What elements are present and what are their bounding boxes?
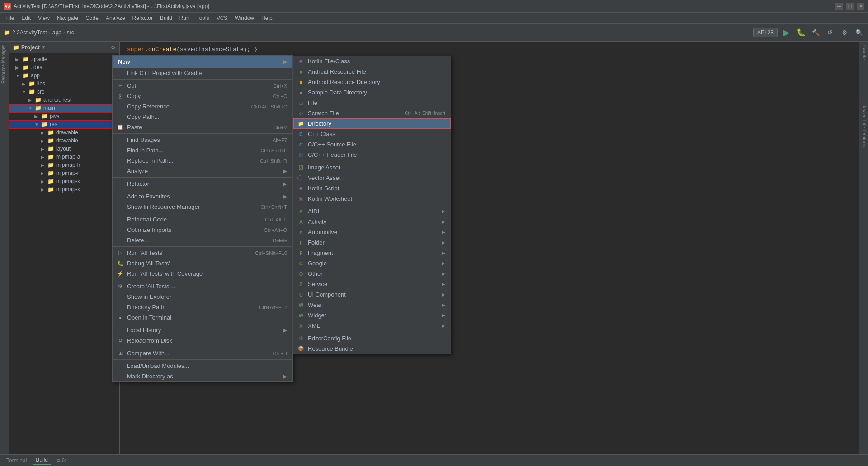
ctx-dir-path[interactable]: Directory Path Ctrl+Alt+F12 bbox=[113, 302, 292, 312]
sub-editor-config[interactable]: ⚙ EditorConfig File bbox=[293, 333, 451, 344]
sub-automotive[interactable]: A Automotive ▶ bbox=[293, 227, 451, 237]
minimize-button[interactable]: ─ bbox=[835, 3, 843, 10]
sub-sample-data[interactable]: ■ Sample Data Directory bbox=[293, 87, 451, 98]
build-tab[interactable]: Build bbox=[33, 456, 51, 465]
ctx-mark-directory[interactable]: Mark Directory as ▶ bbox=[113, 371, 292, 381]
ctx-link-cpp[interactable]: Link C++ Project with Gradle bbox=[113, 68, 292, 78]
tree-item-mipmap-x2[interactable]: ▶ 📁 mipmap-x bbox=[9, 185, 119, 193]
tree-item-mipmap-a[interactable]: ▶ 📁 mipmap-a bbox=[9, 153, 119, 161]
ctx-open-terminal[interactable]: ▪ Open in Terminal bbox=[113, 312, 292, 323]
sub-cpp-source[interactable]: C C/C++ Source File bbox=[293, 139, 451, 150]
sub-android-resource-dir[interactable]: ■ Android Resource Directory bbox=[293, 77, 451, 87]
context-menu[interactable]: New ▶ Link C++ Project with Gradle ✂ Cut… bbox=[112, 55, 293, 382]
ctx-find-in-path[interactable]: Find in Path... Ctrl+Shift+F bbox=[113, 145, 292, 155]
ctx-new[interactable]: New ▶ bbox=[113, 56, 292, 68]
sub-wear[interactable]: W Wear ▶ bbox=[293, 300, 451, 310]
tree-item-libs[interactable]: ▶ 📁 libs bbox=[9, 80, 119, 88]
device-file-explorer-tab[interactable]: Device File Explorer bbox=[859, 100, 868, 151]
menu-vcs[interactable]: VCS bbox=[213, 14, 231, 22]
close-button[interactable]: ✕ bbox=[857, 3, 864, 10]
menu-view[interactable]: View bbox=[34, 14, 53, 22]
ctx-delete[interactable]: Delete... Delete bbox=[113, 235, 292, 245]
ctx-compare[interactable]: ⊞ Compare With... Ctrl+D bbox=[113, 348, 292, 358]
breadcrumb-project[interactable]: 📁 bbox=[4, 29, 10, 36]
tree-item-java[interactable]: ▶ 📁 java bbox=[9, 112, 119, 120]
ctx-cut[interactable]: ✂ Cut Ctrl+X bbox=[113, 80, 292, 91]
menu-edit[interactable]: Edit bbox=[18, 14, 34, 22]
ctx-analyze[interactable]: Analyze ▶ bbox=[113, 166, 292, 176]
ctx-refactor[interactable]: Refactor ▶ bbox=[113, 179, 292, 189]
sub-cpp-header[interactable]: H C/C++ Header File bbox=[293, 150, 451, 160]
sub-scratch-file[interactable]: ◇ Scratch File Ctrl+Alt+Shift+Insert bbox=[293, 108, 451, 118]
menu-run[interactable]: Run bbox=[176, 14, 193, 22]
tree-item-idea[interactable]: ▶ 📁 .idea bbox=[9, 63, 119, 71]
ctx-debug-tests[interactable]: 🐛 Debug 'All Tests' bbox=[113, 258, 292, 268]
project-settings-icon[interactable]: ⚙ bbox=[111, 44, 116, 51]
ctx-copy[interactable]: ⎘ Copy Ctrl+C bbox=[113, 91, 292, 101]
tree-item-res[interactable]: ▼ 📁 res bbox=[9, 120, 119, 128]
ctx-reload[interactable]: ↺ Reload from Disk bbox=[113, 335, 292, 346]
sub-fragment[interactable]: F Fragment ▶ bbox=[293, 248, 451, 258]
sub-file[interactable]: □ File bbox=[293, 98, 451, 108]
sub-xml[interactable]: X XML ▶ bbox=[293, 320, 451, 331]
api-selector[interactable]: API 28 bbox=[753, 28, 778, 37]
sub-activity[interactable]: A Activity ▶ bbox=[293, 217, 451, 227]
ctx-copy-path[interactable]: Copy Path... bbox=[113, 112, 292, 122]
ctx-copy-reference[interactable]: Copy Reference Ctrl+Alt+Shift+C bbox=[113, 101, 292, 112]
ctx-local-history[interactable]: Local History ▶ bbox=[113, 325, 292, 335]
sub-other[interactable]: O Other ▶ bbox=[293, 268, 451, 279]
build-button[interactable]: 🔨 bbox=[810, 27, 821, 38]
ctx-run-coverage[interactable]: ⚡ Run 'All Tests' with Coverage bbox=[113, 268, 292, 279]
menu-refactor[interactable]: Refactor bbox=[129, 14, 156, 22]
menu-window[interactable]: Window bbox=[231, 14, 258, 22]
sub-android-resource[interactable]: ■ Android Resource File bbox=[293, 66, 451, 77]
run-tab[interactable]: ≡ 6: bbox=[54, 457, 69, 465]
ctx-show-resource[interactable]: Show In Resource Manager Ctrl+Shift+T bbox=[113, 202, 292, 212]
sub-resource-bundle[interactable]: 📦 Resource Bundle bbox=[293, 344, 451, 354]
menu-tools[interactable]: Tools bbox=[193, 14, 213, 22]
sub-aidl[interactable]: A AIDL ▶ bbox=[293, 206, 451, 217]
terminal-tab[interactable]: Terminal bbox=[4, 457, 29, 465]
ctx-find-usages[interactable]: Find Usages Alt+F7 bbox=[113, 135, 292, 145]
maximize-button[interactable]: □ bbox=[846, 3, 854, 10]
sub-ui-component[interactable]: U UI Component ▶ bbox=[293, 289, 451, 300]
sub-service[interactable]: S Service ▶ bbox=[293, 279, 451, 289]
menu-analyze[interactable]: Analyze bbox=[102, 14, 129, 22]
menu-build[interactable]: Build bbox=[156, 14, 176, 22]
sub-kotlin-file[interactable]: K Kotlin File/Class bbox=[293, 56, 451, 66]
sub-directory[interactable]: 📁 Directory bbox=[293, 118, 451, 129]
tree-item-mipmap-r[interactable]: ▶ 📁 mipmap-r bbox=[9, 169, 119, 177]
ctx-create-tests[interactable]: ⚙ Create 'All Tests'... bbox=[113, 281, 292, 292]
debug-button[interactable]: 🐛 bbox=[796, 27, 807, 38]
sub-image-asset[interactable]: 🖼 Image Asset bbox=[293, 162, 451, 173]
sub-kotlin-script[interactable]: K Kotlin Script bbox=[293, 183, 451, 193]
sub-cpp-class[interactable]: C C++ Class bbox=[293, 129, 451, 139]
tree-item-mipmap-x1[interactable]: ▶ 📁 mipmap-x bbox=[9, 177, 119, 185]
project-dropdown-arrow[interactable]: ▼ bbox=[42, 45, 46, 50]
gradle-tab[interactable]: Gradle bbox=[859, 42, 868, 64]
ctx-optimize[interactable]: Optimize Imports Ctrl+Alt+O bbox=[113, 225, 292, 235]
tree-item-drawable-v[interactable]: ▶ 📁 drawable- bbox=[9, 137, 119, 145]
search-button[interactable]: 🔍 bbox=[854, 27, 864, 38]
menu-help[interactable]: Help bbox=[258, 14, 276, 22]
tree-item-src[interactable]: ▼ 📁 src bbox=[9, 88, 119, 96]
sub-google[interactable]: G Google ▶ bbox=[293, 258, 451, 268]
menu-file[interactable]: File bbox=[2, 14, 18, 22]
sub-folder[interactable]: F Folder ▶ bbox=[293, 237, 451, 248]
tree-item-app[interactable]: ▼ 📁 app bbox=[9, 71, 119, 80]
ctx-show-explorer[interactable]: Show in Explorer bbox=[113, 292, 292, 302]
tree-item-gradle[interactable]: ▶ 📁 .gradle bbox=[9, 55, 119, 63]
ctx-load-unload[interactable]: Load/Unload Modules... bbox=[113, 361, 292, 371]
sub-vector-asset[interactable]: ⃝ Vector Asset bbox=[293, 173, 451, 183]
tree-item-drawable[interactable]: ▶ 📁 drawable bbox=[9, 128, 119, 137]
tree-item-main[interactable]: ▼ 📁 main bbox=[9, 104, 119, 112]
resource-manager-tab[interactable]: Resource Manager bbox=[0, 42, 9, 87]
tree-item-mipmap-h[interactable]: ▶ 📁 mipmap-h bbox=[9, 161, 119, 169]
ctx-add-favorites[interactable]: Add to Favorites ▶ bbox=[113, 191, 292, 202]
menu-navigate[interactable]: Navigate bbox=[53, 14, 82, 22]
sync-button[interactable]: ↺ bbox=[825, 27, 835, 38]
sub-widget[interactable]: W Widget ▶ bbox=[293, 310, 451, 320]
new-submenu[interactable]: K Kotlin File/Class ■ Android Resource F… bbox=[293, 56, 451, 354]
settings-button[interactable]: ⚙ bbox=[839, 27, 850, 38]
sub-kotlin-worksheet[interactable]: K Kotlin Worksheet bbox=[293, 193, 451, 204]
